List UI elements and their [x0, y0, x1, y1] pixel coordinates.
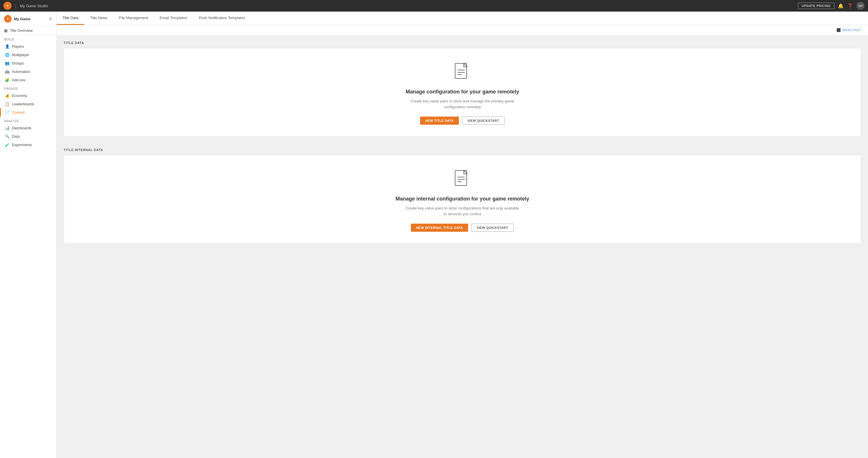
sidebar-game-name: My Game: [14, 17, 31, 21]
tab-file-management[interactable]: File Management: [113, 11, 154, 25]
sidebar-item-content-label: Content: [12, 111, 25, 115]
sidebar-item-multiplayer[interactable]: 🌐 Multiplayer: [0, 51, 56, 59]
sidebar-item-addons[interactable]: 🧩 Add-ons: [0, 76, 56, 84]
title-data-section: TITLE DATA Manage configuration for your…: [57, 35, 868, 142]
sidebar-item-title-overview-label: Title Overview: [10, 29, 33, 33]
sidebar-item-players-label: Players: [12, 44, 24, 49]
sidebar-header: My Game ⚙: [0, 11, 56, 26]
svg-rect-6: [455, 171, 467, 185]
tab-email-templates[interactable]: Email Templates: [154, 11, 193, 25]
sidebar-engage-section-label: ENGAGE: [0, 84, 56, 91]
new-title-data-button[interactable]: NEW TITLE DATA: [420, 117, 459, 125]
topbar-divider: |: [15, 3, 17, 9]
data-icon: 🔍: [5, 134, 9, 139]
whats-this-label: What's this?: [842, 28, 861, 32]
new-internal-title-data-button[interactable]: NEW INTERNAL TITLE DATA: [411, 224, 468, 232]
topbar: | My Game Studio UPDATE PRICING 🔔 ❓ SH: [0, 0, 868, 11]
sidebar-game-info: My Game: [4, 15, 31, 23]
sidebar-analyze-section-label: ANALYZE: [0, 117, 56, 124]
main-layout: My Game ⚙ ▦ Title Overview BUILD 👤 Playe…: [0, 11, 868, 458]
overview-icon: ▦: [4, 28, 7, 33]
topbar-logo-icon: [3, 2, 11, 10]
tab-title-data[interactable]: Title Data: [57, 11, 84, 25]
title-internal-data-document-icon: [454, 170, 471, 190]
sidebar-item-automation-label: Automation: [12, 70, 30, 74]
sidebar-item-data-label: Data: [12, 134, 20, 139]
title-data-card: Manage configuration for your game remot…: [64, 48, 861, 136]
content-area: Title Data Title News File Management Em…: [57, 11, 868, 458]
sidebar-build-section-label: BUILD: [0, 35, 56, 42]
help-icon[interactable]: ❓: [847, 3, 853, 9]
tab-title-news[interactable]: Title News: [84, 11, 113, 25]
automation-icon: 🤖: [5, 69, 9, 74]
title-internal-data-section-label: TITLE INTERNAL DATA: [64, 148, 861, 152]
leaderboards-icon: 📋: [5, 102, 9, 106]
sidebar-item-dashboards-label: Dashboards: [12, 126, 31, 130]
dashboards-icon: 📊: [5, 126, 9, 130]
title-data-card-description: Create key-value pairs to store and mana…: [404, 98, 520, 110]
sidebar-item-leaderboards[interactable]: 📋 Leaderboards: [0, 100, 56, 108]
view-quickstart-title-data-button[interactable]: VIEW QUICKSTART: [462, 117, 505, 125]
title-data-section-label: TITLE DATA: [64, 41, 861, 44]
tab-bar: Title Data Title News File Management Em…: [57, 11, 868, 25]
sidebar-item-content[interactable]: 📄 Content: [0, 108, 56, 117]
sidebar-item-groups[interactable]: 👥 Groups: [0, 59, 56, 67]
title-data-document-icon: [454, 63, 471, 83]
sidebar-item-automation[interactable]: 🤖 Automation: [0, 67, 56, 76]
sidebar-item-data[interactable]: 🔍 Data: [0, 132, 56, 141]
content-icon: 📄: [5, 110, 9, 115]
title-internal-data-card-description: Create key-value pairs to store configur…: [404, 206, 520, 217]
gear-icon[interactable]: ⚙: [49, 17, 52, 21]
sidebar-item-experiments-label: Experiments: [12, 143, 32, 147]
sidebar-item-experiments[interactable]: 🧪 Experiments: [0, 141, 56, 149]
svg-rect-2: [455, 63, 467, 79]
sidebar-item-title-overview[interactable]: ▦ Title Overview: [0, 26, 56, 35]
view-quickstart-internal-button[interactable]: VIEW QUICKSTART: [471, 224, 514, 232]
topbar-studio-name: My Game Studio: [20, 4, 48, 8]
whats-this-bar: ⬛ What's this?: [57, 25, 868, 35]
sidebar-item-economy-label: Economy: [12, 94, 27, 98]
title-internal-data-card: Manage internal configuration for your g…: [64, 155, 861, 244]
title-internal-data-card-actions: NEW INTERNAL TITLE DATA VIEW QUICKSTART: [411, 224, 514, 232]
sidebar-item-economy[interactable]: 💰 Economy: [0, 91, 56, 100]
page-content: ⬛ What's this? TITLE DATA: [57, 25, 868, 458]
sidebar-item-dashboards[interactable]: 📊 Dashboards: [0, 124, 56, 132]
avatar[interactable]: SH: [857, 2, 865, 10]
addons-icon: 🧩: [5, 78, 9, 82]
sidebar-item-groups-label: Groups: [12, 61, 24, 65]
multiplayer-icon: 🌐: [5, 53, 9, 57]
title-data-card-actions: NEW TITLE DATA VIEW QUICKSTART: [420, 117, 505, 125]
sidebar: My Game ⚙ ▦ Title Overview BUILD 👤 Playe…: [0, 11, 57, 458]
tab-push-notification-templates[interactable]: Push Notification Templates: [193, 11, 251, 25]
groups-icon: 👥: [5, 61, 9, 65]
sidebar-item-players[interactable]: 👤 Players: [0, 42, 56, 51]
title-internal-data-section: TITLE INTERNAL DATA Manage internal conf…: [57, 142, 868, 249]
topbar-right: UPDATE PRICING 🔔 ❓ SH: [798, 2, 865, 10]
title-data-card-title: Manage configuration for your game remot…: [406, 89, 519, 95]
topbar-left: | My Game Studio: [3, 2, 48, 10]
economy-icon: 💰: [5, 93, 9, 98]
info-icon: ⬛: [836, 28, 841, 32]
sidebar-item-addons-label: Add-ons: [12, 78, 26, 82]
sidebar-item-multiplayer-label: Multiplayer: [12, 53, 29, 57]
bell-icon[interactable]: 🔔: [838, 3, 844, 9]
sidebar-game-icon: [4, 15, 11, 23]
experiments-icon: 🧪: [5, 143, 9, 147]
whats-this-link[interactable]: ⬛ What's this?: [836, 28, 861, 32]
players-icon: 👤: [5, 44, 9, 49]
update-pricing-button[interactable]: UPDATE PRICING: [798, 3, 834, 9]
title-internal-data-card-title: Manage internal configuration for your g…: [396, 196, 529, 202]
sidebar-item-leaderboards-label: Leaderboards: [12, 102, 34, 106]
